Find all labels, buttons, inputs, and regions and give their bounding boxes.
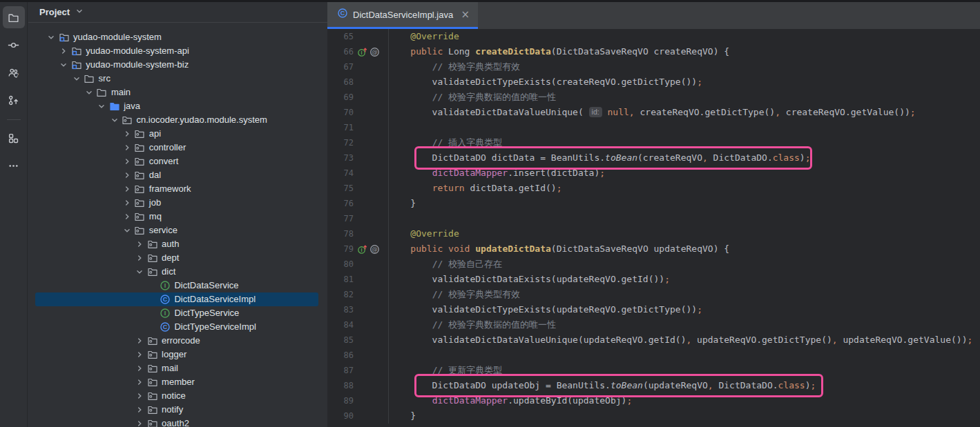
code-line-70[interactable]: 70 validateDictDataValueUnique( id: null…	[327, 105, 980, 120]
tree-item-yudao-module-system-api[interactable]: yudao-module-system-api	[28, 44, 327, 58]
line-number[interactable]: 79	[327, 244, 355, 254]
code-line-74[interactable]: 74 dictDataMapper.insert(dictData);	[327, 166, 980, 181]
tree-item-dictdataservice[interactable]: IDictDataService	[28, 279, 327, 292]
tree-item-dictdataserviceimpl[interactable]: CDictDataServiceImpl	[28, 292, 327, 306]
chevron-right-icon[interactable]	[120, 183, 134, 195]
code-line-82[interactable]: 82 // 校验字典类型有效	[327, 287, 980, 302]
chevron-right-icon[interactable]	[57, 46, 70, 57]
tree-item-dicttypeserviceimpl[interactable]: CDictTypeServiceImpl	[28, 320, 327, 334]
line-number[interactable]: 77	[327, 214, 355, 224]
tree-item-dicttypeservice[interactable]: IDictTypeService	[28, 306, 327, 320]
line-number[interactable]: 83	[327, 305, 355, 315]
tree-item-job[interactable]: job	[28, 196, 327, 210]
code-line-65[interactable]: 65 @Override	[327, 29, 980, 44]
chevron-down-icon[interactable]	[44, 32, 58, 43]
tree-item-errorcode[interactable]: errorcode	[28, 334, 327, 348]
code-line-79[interactable]: 79I@ public void updateDictData(DictData…	[327, 241, 980, 257]
chevron-right-icon[interactable]	[120, 211, 134, 222]
tree-item-api[interactable]: api	[28, 127, 327, 141]
code-line-77[interactable]: 77	[327, 211, 980, 226]
code-line-85[interactable]: 85 validateDictDataValueUnique(updateReq…	[327, 332, 980, 348]
code-line-66[interactable]: 66I@ public Long createDictData(DictData…	[327, 44, 980, 59]
tree-item-java[interactable]: java	[28, 99, 327, 113]
structure-icon[interactable]	[3, 127, 25, 149]
line-number[interactable]: 72	[327, 138, 355, 148]
code-line-72[interactable]: 72 // 插入字典类型	[327, 135, 980, 150]
tree-item-mq[interactable]: mq	[28, 210, 327, 224]
line-number[interactable]: 82	[327, 290, 355, 299]
tree-item-framework[interactable]: framework	[28, 182, 327, 196]
line-number[interactable]: 87	[327, 366, 355, 375]
line-number[interactable]: 75	[327, 183, 355, 193]
chevron-right-icon[interactable]	[133, 252, 146, 264]
code-line-69[interactable]: 69 // 校验字典数据的值的唯一性	[327, 90, 980, 105]
tree-item-main[interactable]: main	[28, 86, 327, 99]
implements-method-gutter-icon[interactable]: I	[357, 47, 367, 57]
line-number[interactable]: 80	[327, 259, 355, 269]
line-number[interactable]: 67	[327, 62, 355, 72]
tree-item-dal[interactable]: dal	[28, 168, 327, 182]
tree-item-mail[interactable]: mail	[28, 361, 327, 375]
tree-item-src[interactable]: src	[28, 72, 327, 86]
code-line-81[interactable]: 81 validateDictDataExists(updateReqVO.ge…	[327, 272, 980, 287]
chevron-down-icon[interactable]	[82, 87, 96, 98]
tab-close-icon[interactable]: ×	[459, 10, 471, 20]
line-number[interactable]: 78	[327, 229, 355, 239]
chevron-right-icon[interactable]	[133, 390, 146, 401]
line-number[interactable]: 68	[327, 77, 355, 87]
chevron-right-icon[interactable]	[120, 128, 134, 139]
commit-icon[interactable]	[3, 34, 25, 56]
line-number[interactable]: 86	[327, 350, 355, 360]
code-line-83[interactable]: 83 validateDictTypeExists(updateReqVO.ge…	[327, 302, 980, 317]
code-line-86[interactable]: 86	[327, 348, 980, 363]
chevron-right-icon[interactable]	[133, 335, 146, 346]
code-line-89[interactable]: 89 dictDataMapper.updateById(updateObj);	[327, 393, 980, 408]
tree-item-cn-iocoder-yudao-module-system[interactable]: cn.iocoder.yudao.module.system	[28, 113, 327, 127]
code-line-67[interactable]: 67 // 校验字典类型有效	[327, 59, 980, 75]
project-folder-icon[interactable]	[3, 6, 25, 28]
annotation-gutter-icon[interactable]: @	[369, 244, 380, 255]
line-number[interactable]: 71	[327, 123, 355, 132]
line-number[interactable]: 66	[327, 47, 355, 57]
editor-tab-dictdataserviceimpl[interactable]: C DictDataServiceImpl.java ×	[327, 2, 478, 29]
chevron-right-icon[interactable]	[120, 170, 134, 181]
chevron-right-icon[interactable]	[120, 156, 134, 167]
code-line-76[interactable]: 76 }	[327, 196, 980, 211]
tree-item-logger[interactable]: logger	[28, 348, 327, 361]
tree-item-auth[interactable]: auth	[28, 237, 327, 251]
tree-item-dict[interactable]: dict	[28, 265, 327, 279]
line-number[interactable]: 65	[327, 32, 355, 41]
git-branch-icon[interactable]	[3, 89, 25, 111]
chevron-down-icon[interactable]	[133, 266, 146, 277]
tree-item-dept[interactable]: dept	[28, 251, 327, 265]
code-line-71[interactable]: 71	[327, 120, 980, 135]
line-number[interactable]: 85	[327, 335, 355, 345]
chevron-right-icon[interactable]	[133, 363, 146, 374]
chevron-right-icon[interactable]	[133, 418, 146, 427]
chevron-right-icon[interactable]	[133, 239, 146, 250]
project-panel-header[interactable]: Project	[28, 2, 327, 23]
chevron-down-icon[interactable]	[95, 101, 108, 112]
chevron-down-icon[interactable]	[57, 59, 70, 70]
more-icon[interactable]	[3, 155, 25, 177]
line-number[interactable]: 70	[327, 108, 355, 117]
chevron-down-icon[interactable]	[70, 73, 84, 84]
line-number[interactable]: 73	[327, 153, 355, 163]
tree-item-notice[interactable]: notice	[28, 389, 327, 403]
code-line-78[interactable]: 78 @Override	[327, 226, 980, 241]
line-number[interactable]: 69	[327, 92, 355, 102]
implements-method-gutter-icon[interactable]: I	[357, 244, 367, 255]
code-line-90[interactable]: 90 }	[327, 408, 980, 424]
tree-item-member[interactable]: member	[28, 375, 327, 389]
tree-item-yudao-module-system-biz[interactable]: yudao-module-system-biz	[28, 58, 327, 72]
code-line-80[interactable]: 80 // 校验自己存在	[327, 257, 980, 272]
line-number[interactable]: 88	[327, 381, 355, 390]
code-line-68[interactable]: 68 validateDictTypeExists(createReqVO.ge…	[327, 75, 980, 90]
chevron-right-icon[interactable]	[133, 377, 146, 388]
tree-item-notify[interactable]: notify	[28, 403, 327, 417]
chevron-right-icon[interactable]	[120, 142, 134, 153]
tree-item-yudao-module-system[interactable]: yudao-module-system	[28, 30, 327, 44]
tree-item-oauth2[interactable]: oauth2	[28, 417, 327, 427]
tree-item-service[interactable]: service	[28, 224, 327, 237]
code-line-87[interactable]: 87 // 更新字典类型	[327, 363, 980, 378]
